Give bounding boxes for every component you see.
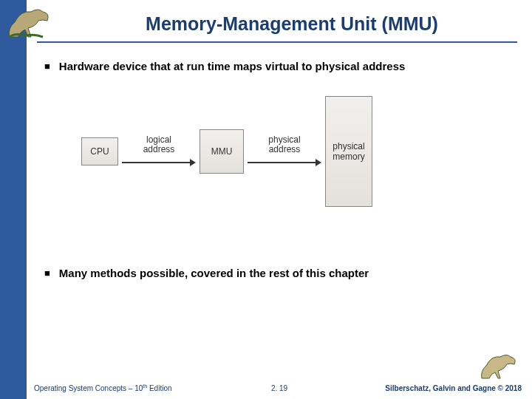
- svg-marker-1: [190, 159, 196, 166]
- bullet-item: ■ Many methods possible, covered in the …: [44, 266, 514, 281]
- diagram-memory-box: physical memory: [325, 96, 372, 207]
- bullet-item: ■ Hardware device that at run time maps …: [44, 59, 514, 74]
- slide-title: Memory-Management Unit (MMU): [66, 13, 517, 35]
- diagram-cpu-box: CPU: [81, 137, 118, 166]
- arrow-label: physical address: [268, 135, 300, 154]
- svg-marker-3: [316, 159, 321, 166]
- footer-book-prefix: Operating System Concepts – 10: [34, 384, 143, 392]
- bullet-text: Many methods possible, covered in the re…: [59, 266, 369, 281]
- memory-label-line1: physical: [332, 141, 364, 151]
- diagram-mmu-box: MMU: [200, 129, 244, 174]
- arrow-label: logical address: [143, 135, 175, 154]
- left-sidebar: [0, 0, 27, 399]
- bullet-marker: ■: [44, 59, 50, 74]
- footer-page-number: 2. 19: [271, 384, 287, 392]
- footer-copyright: Silberschatz, Galvin and Gagne © 2018: [385, 384, 522, 392]
- title-underline: [37, 41, 517, 43]
- dinosaur-icon: [479, 352, 523, 381]
- arrow-icon: [248, 157, 321, 168]
- arrow-icon: [122, 157, 196, 168]
- memory-label-line2: memory: [332, 151, 364, 162]
- slide-content: ■ Hardware device that at run time maps …: [44, 59, 514, 362]
- mmu-diagram: CPU logical address MMU physical address…: [81, 96, 514, 207]
- dinosaur-icon: [6, 6, 58, 40]
- diagram-arrow-physical: physical address: [244, 135, 325, 168]
- bullet-marker: ■: [44, 266, 50, 281]
- footer-book-suffix: Edition: [147, 384, 171, 392]
- slide-footer: Operating System Concepts – 10th Edition…: [27, 381, 532, 395]
- bullet-text: Hardware device that at run time maps vi…: [59, 59, 406, 74]
- diagram-arrow-logical: logical address: [118, 135, 200, 168]
- footer-left: Operating System Concepts – 10th Edition: [34, 383, 172, 392]
